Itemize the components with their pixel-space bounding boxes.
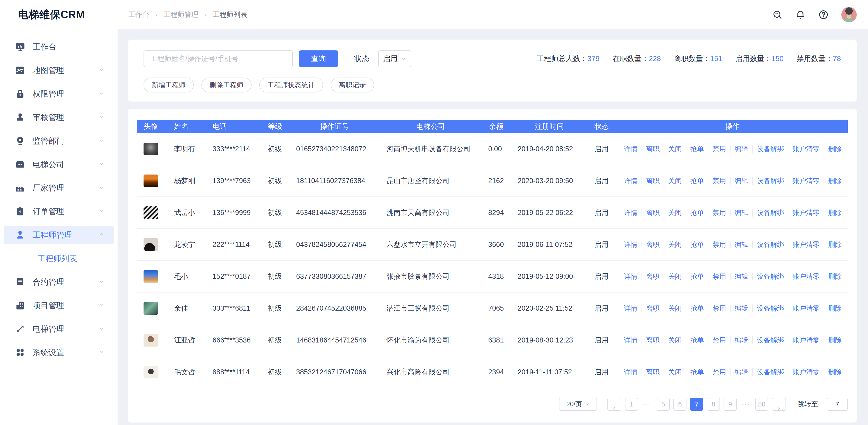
sidebar-item-manufacturer-management[interactable]: 厂家管理 bbox=[4, 179, 114, 197]
action-disable[interactable]: 禁用 bbox=[708, 145, 730, 153]
page-button-5[interactable]: 5 bbox=[657, 398, 670, 411]
status-select[interactable]: 启用 bbox=[378, 51, 411, 67]
delete-engineer-button[interactable]: 删除工程师 bbox=[202, 78, 252, 92]
action-edit[interactable]: 编辑 bbox=[730, 304, 752, 312]
page-button-9[interactable]: 9 bbox=[723, 398, 737, 411]
action-disable[interactable]: 禁用 bbox=[708, 336, 730, 344]
action-close[interactable]: 关闭 bbox=[664, 209, 686, 217]
sidebar-item-supervision-department[interactable]: 监管部门 bbox=[4, 131, 114, 150]
help-icon[interactable] bbox=[818, 9, 829, 20]
action-delete[interactable]: 删除 bbox=[824, 304, 846, 312]
next-page-button[interactable] bbox=[772, 398, 786, 411]
action-resign[interactable]: 离职 bbox=[642, 304, 664, 312]
action-unbind-device[interactable]: 设备解绑 bbox=[752, 273, 788, 280]
action-resign[interactable]: 离职 bbox=[642, 177, 664, 185]
action-grab-order[interactable]: 抢单 bbox=[686, 304, 708, 312]
action-detail[interactable]: 详情 bbox=[624, 177, 642, 185]
search-icon[interactable] bbox=[772, 9, 782, 20]
action-edit[interactable]: 编辑 bbox=[730, 177, 752, 185]
sidebar-item-engineer-management[interactable]: 工程师管理 bbox=[4, 225, 114, 244]
sidebar-item-audit-management[interactable]: 审核管理 bbox=[4, 108, 114, 127]
engineer-status-stats-button[interactable]: 工程师状态统计 bbox=[259, 78, 323, 92]
action-close[interactable]: 关闭 bbox=[664, 304, 686, 312]
action-detail[interactable]: 详情 bbox=[624, 304, 642, 312]
action-clear-account[interactable]: 账户清零 bbox=[788, 336, 824, 344]
action-clear-account[interactable]: 账户清零 bbox=[788, 209, 824, 217]
page-button-50[interactable]: 50 bbox=[755, 398, 768, 411]
action-edit[interactable]: 编辑 bbox=[730, 209, 752, 217]
user-avatar[interactable] bbox=[841, 7, 857, 22]
prev-page-button[interactable] bbox=[608, 398, 621, 411]
action-resign[interactable]: 离职 bbox=[642, 209, 664, 217]
action-clear-account[interactable]: 账户清零 bbox=[788, 368, 824, 376]
search-input[interactable] bbox=[144, 51, 293, 67]
action-unbind-device[interactable]: 设备解绑 bbox=[752, 304, 788, 312]
sidebar-item-permission-management[interactable]: 权限管理 bbox=[4, 85, 114, 103]
action-close[interactable]: 关闭 bbox=[664, 368, 686, 376]
action-unbind-device[interactable]: 设备解绑 bbox=[752, 209, 788, 217]
action-edit[interactable]: 编辑 bbox=[730, 336, 752, 344]
action-unbind-device[interactable]: 设备解绑 bbox=[752, 241, 788, 248]
resignation-records-button[interactable]: 离职记录 bbox=[331, 78, 374, 92]
page-button-1[interactable]: 1 bbox=[625, 398, 638, 411]
sidebar-subitem-engineer-list[interactable]: 工程师列表 bbox=[4, 249, 114, 268]
sidebar-item-elevator-company[interactable]: 电梯公司 bbox=[4, 155, 114, 174]
action-clear-account[interactable]: 账户清零 bbox=[788, 241, 824, 248]
action-grab-order[interactable]: 抢单 bbox=[686, 273, 708, 280]
action-delete[interactable]: 删除 bbox=[824, 241, 846, 248]
action-resign[interactable]: 离职 bbox=[642, 241, 664, 248]
breadcrumb-item[interactable]: 工作台 bbox=[128, 10, 149, 20]
action-edit[interactable]: 编辑 bbox=[730, 145, 752, 153]
action-delete[interactable]: 删除 bbox=[824, 145, 846, 153]
sidebar-item-project-management[interactable]: 项目管理 bbox=[4, 296, 114, 315]
action-resign[interactable]: 离职 bbox=[642, 368, 664, 376]
action-close[interactable]: 关闭 bbox=[664, 145, 686, 153]
sidebar-item-map-management[interactable]: 地图管理 bbox=[4, 61, 114, 80]
sidebar-item-elevator-management[interactable]: 电梯管理 bbox=[4, 320, 114, 338]
action-close[interactable]: 关闭 bbox=[664, 177, 686, 185]
breadcrumb-item[interactable]: 工程师管理 bbox=[163, 10, 198, 20]
action-disable[interactable]: 禁用 bbox=[708, 241, 730, 248]
action-clear-account[interactable]: 账户清零 bbox=[788, 145, 824, 153]
action-delete[interactable]: 删除 bbox=[824, 273, 846, 280]
action-clear-account[interactable]: 账户清零 bbox=[788, 273, 824, 280]
page-button-8[interactable]: 8 bbox=[707, 398, 720, 411]
action-unbind-device[interactable]: 设备解绑 bbox=[752, 177, 788, 185]
action-detail[interactable]: 详情 bbox=[624, 241, 642, 248]
query-button[interactable]: 查询 bbox=[299, 51, 338, 67]
action-unbind-device[interactable]: 设备解绑 bbox=[752, 368, 788, 376]
action-delete[interactable]: 删除 bbox=[824, 209, 846, 217]
action-resign[interactable]: 离职 bbox=[642, 273, 664, 280]
action-delete[interactable]: 删除 bbox=[824, 336, 846, 344]
action-disable[interactable]: 禁用 bbox=[708, 273, 730, 280]
action-resign[interactable]: 离职 bbox=[642, 336, 664, 344]
action-grab-order[interactable]: 抢单 bbox=[686, 145, 708, 153]
action-clear-account[interactable]: 账户清零 bbox=[788, 304, 824, 312]
action-detail[interactable]: 详情 bbox=[624, 209, 642, 217]
sidebar-item-contract-management[interactable]: 合约管理 bbox=[4, 273, 114, 291]
action-edit[interactable]: 编辑 bbox=[730, 241, 752, 248]
action-grab-order[interactable]: 抢单 bbox=[686, 336, 708, 344]
action-delete[interactable]: 删除 bbox=[824, 368, 846, 376]
action-unbind-device[interactable]: 设备解绑 bbox=[752, 145, 788, 153]
action-unbind-device[interactable]: 设备解绑 bbox=[752, 336, 788, 344]
action-detail[interactable]: 详情 bbox=[624, 368, 642, 376]
action-grab-order[interactable]: 抢单 bbox=[686, 177, 708, 185]
page-size-select[interactable]: 20/页 bbox=[559, 398, 597, 411]
sidebar-item-workbench[interactable]: 工作台 bbox=[4, 37, 114, 56]
action-detail[interactable]: 详情 bbox=[624, 336, 642, 344]
page-button-7-current[interactable]: 7 bbox=[690, 398, 703, 411]
action-delete[interactable]: 删除 bbox=[824, 177, 846, 185]
action-disable[interactable]: 禁用 bbox=[708, 304, 730, 312]
action-close[interactable]: 关闭 bbox=[664, 273, 686, 280]
action-detail[interactable]: 详情 bbox=[624, 145, 642, 153]
page-button-6[interactable]: 6 bbox=[673, 398, 686, 411]
sidebar-item-order-management[interactable]: 订单管理 bbox=[4, 202, 114, 221]
action-close[interactable]: 关闭 bbox=[664, 336, 686, 344]
action-edit[interactable]: 编辑 bbox=[730, 273, 752, 280]
action-edit[interactable]: 编辑 bbox=[730, 368, 752, 376]
action-clear-account[interactable]: 账户清零 bbox=[788, 177, 824, 185]
action-detail[interactable]: 详情 bbox=[624, 273, 642, 280]
action-disable[interactable]: 禁用 bbox=[708, 177, 730, 185]
jump-to-input[interactable] bbox=[827, 398, 848, 411]
